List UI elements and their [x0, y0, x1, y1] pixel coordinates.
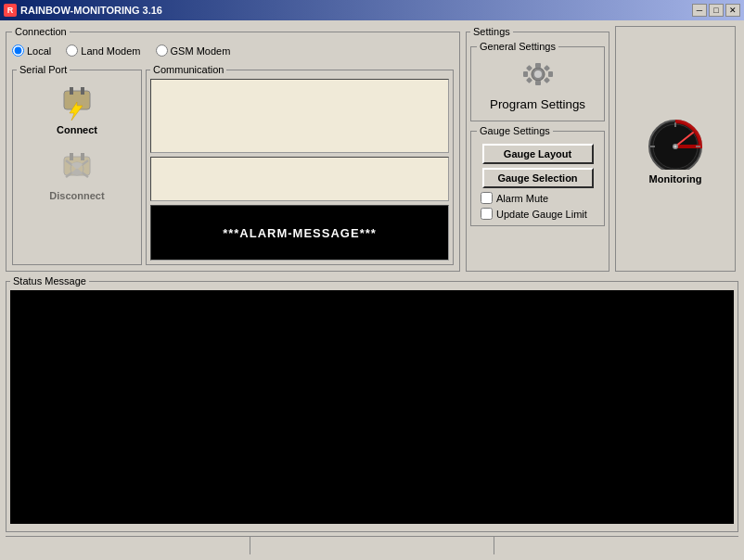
general-settings-fieldset: General Settings	[470, 41, 605, 121]
comm-inner: ***ALARM-MESSAGE***	[150, 79, 449, 261]
radio-local-text: Local	[27, 45, 51, 57]
svg-rect-2	[81, 87, 84, 95]
app-icon: R	[4, 4, 17, 17]
main-window: Connection Local Land Modem GSM Modem	[0, 20, 744, 560]
close-button[interactable]: ✕	[725, 4, 740, 17]
svg-rect-13	[523, 71, 528, 77]
svg-rect-4	[70, 153, 73, 160]
alarm-message-box: ***ALARM-MESSAGE***	[150, 205, 449, 261]
alarm-mute-row: Alarm Mute	[477, 192, 598, 204]
maximize-button[interactable]: □	[709, 4, 724, 17]
gauge-settings-legend: Gauge Settings	[477, 125, 553, 136]
svg-rect-17	[525, 77, 532, 83]
status-bar	[6, 536, 738, 554]
svg-point-26	[674, 145, 677, 147]
program-settings-label: Program Settings	[490, 97, 585, 111]
status-message-fieldset: Status Message	[6, 275, 738, 532]
monitoring-label: Monitoring	[649, 173, 702, 185]
status-message-content	[10, 290, 734, 524]
svg-rect-16	[543, 65, 549, 71]
svg-rect-1	[70, 87, 73, 95]
disconnect-icon	[55, 150, 99, 187]
window-title: RAINBOW-MONITORING 3.16	[20, 5, 162, 16]
general-settings-legend: General Settings	[477, 41, 558, 52]
update-gauge-label[interactable]: Update Gauge Limit	[496, 209, 587, 220]
connect-label: Connect	[57, 124, 97, 135]
disconnect-button[interactable]: Disconnect	[31, 146, 123, 205]
gauge-layout-button[interactable]: Gauge Layout	[482, 144, 594, 164]
top-area: Connection Local Land Modem GSM Modem	[6, 26, 738, 272]
gauge-settings-fieldset: Gauge Settings Gauge Layout Gauge Select…	[470, 125, 605, 226]
alarm-text: ***ALARM-MESSAGE***	[223, 226, 377, 240]
radio-gsm-text: GSM Modem	[171, 45, 231, 57]
settings-legend: Settings	[470, 26, 513, 37]
update-gauge-checkbox[interactable]	[481, 208, 493, 220]
serial-port-area: Serial Port	[12, 64, 454, 265]
monitoring-panel: Monitoring	[615, 26, 736, 272]
svg-rect-14	[548, 71, 553, 77]
connection-legend: Connection	[12, 26, 70, 37]
status-bar-item-1	[6, 537, 250, 554]
speedometer-icon	[643, 114, 708, 170]
gauge-selection-button[interactable]: Gauge Selection	[482, 168, 594, 188]
status-bar-item-2	[250, 537, 495, 554]
connect-button[interactable]: Connect	[31, 81, 123, 139]
radio-gsm[interactable]	[156, 45, 168, 57]
monitoring-button[interactable]: Monitoring	[643, 114, 708, 185]
radio-gsm-label[interactable]: GSM Modem	[156, 45, 231, 57]
radio-local-label[interactable]: Local	[12, 45, 51, 57]
alarm-mute-label[interactable]: Alarm Mute	[496, 193, 548, 204]
gear-icon	[520, 59, 557, 95]
svg-rect-12	[535, 81, 541, 85]
serial-port-legend: Serial Port	[17, 64, 70, 75]
radio-land[interactable]	[66, 45, 78, 57]
connection-group: Connection Local Land Modem GSM Modem	[6, 26, 460, 272]
status-message-legend: Status Message	[10, 275, 89, 286]
svg-point-10	[534, 70, 542, 78]
window-controls: ─ □ ✕	[692, 4, 740, 17]
status-bar-item-3	[494, 537, 738, 554]
radio-land-label[interactable]: Land Modem	[66, 45, 140, 57]
disconnect-label: Disconnect	[49, 190, 104, 201]
program-settings-button[interactable]: Program Settings	[482, 56, 594, 115]
alarm-mute-checkbox[interactable]	[481, 192, 493, 204]
radio-land-text: Land Modem	[81, 45, 140, 57]
comm-text-upper	[150, 79, 449, 153]
communication-fieldset: Communication ***ALARM-MESSAGE***	[146, 64, 454, 265]
svg-rect-5	[81, 153, 84, 160]
comm-text-lower	[150, 157, 449, 201]
connect-icon	[55, 84, 99, 121]
update-gauge-row: Update Gauge Limit	[477, 208, 598, 220]
svg-rect-18	[543, 77, 549, 83]
svg-rect-15	[525, 65, 532, 71]
serial-port-fieldset: Serial Port	[12, 64, 142, 265]
svg-rect-11	[535, 63, 541, 68]
port-buttons: Connect	[17, 77, 137, 209]
connection-radios: Local Land Modem GSM Modem	[12, 41, 454, 60]
minimize-button[interactable]: ─	[692, 4, 707, 17]
communication-legend: Communication	[150, 64, 226, 75]
settings-group: Settings General Settings	[466, 26, 609, 272]
title-bar: R RAINBOW-MONITORING 3.16 ─ □ ✕	[0, 0, 744, 20]
radio-local[interactable]	[12, 45, 24, 57]
